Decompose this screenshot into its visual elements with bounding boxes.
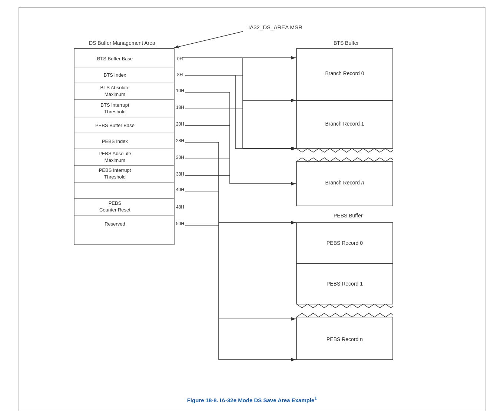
bts-buffer-label: BTS Buffer — [334, 40, 359, 46]
pebs-record-0-label: PEBS Record 0 — [326, 240, 363, 246]
field-pebs-index: PEBS Index — [102, 139, 128, 144]
offset-40h: 40H — [176, 187, 184, 192]
field-pebs-abs-max: PEBS Absolute — [99, 151, 131, 156]
field-bts-index: BTS Index — [104, 72, 126, 78]
figure-caption: Figure 18-8. IA-32e Mode DS Save Area Ex… — [187, 396, 317, 407]
msr-label: IA32_DS_AREA MSR — [248, 24, 302, 30]
caption-text: Figure 18-8. IA-32e Mode DS Save Area Ex… — [187, 397, 315, 403]
bts-zigzag-bot — [296, 158, 393, 161]
field-pebs-base: PEBS Buffer Base — [95, 123, 135, 128]
field-bts-int-thresh: BTS Interrupt — [100, 102, 129, 108]
field-reserved: Reserved — [105, 221, 125, 227]
field-bts-abs-max: BTS Absolute — [100, 85, 130, 90]
offset-50h: 50H — [176, 221, 184, 226]
offset-10h: 10H — [176, 88, 184, 93]
field-bts-base: BTS Buffer Base — [97, 56, 133, 61]
conn-8h — [185, 75, 296, 149]
bts-record-n-label: Branch Record n — [325, 180, 364, 186]
bts-zigzag-top — [296, 149, 393, 152]
field-pebs-counter: PEBS — [109, 200, 122, 206]
field-pebs-counter-2: Counter Reset — [99, 207, 130, 213]
outer-container: IA32_DS_AREA MSR DS Buffer Management Ar… — [19, 7, 485, 411]
offset-38h: 38H — [176, 171, 184, 177]
bts-record-0-label: Branch Record 0 — [325, 70, 364, 76]
diagram-area: IA32_DS_AREA MSR DS Buffer Management Ar… — [26, 15, 478, 393]
field-pebs-abs-max-2: Maximum — [105, 157, 125, 163]
field-bts-abs-max-2: Maximum — [105, 91, 125, 97]
caption-superscript: 1 — [314, 396, 317, 401]
pebs-zigzag-bot — [296, 313, 393, 317]
ds-area-label: DS Buffer Management Area — [89, 40, 155, 46]
pebs-zigzag-top — [296, 304, 393, 308]
offset-28h: 28H — [176, 138, 184, 143]
field-pebs-int-thresh-2: Threshold — [104, 174, 126, 180]
field-bts-int-thresh-2: Threshold — [104, 109, 126, 114]
offset-18h: 18H — [176, 105, 184, 110]
pebs-record-1-label: PEBS Record 1 — [326, 281, 363, 287]
offset-8h: 8H — [177, 72, 183, 77]
offset-30h: 30H — [176, 155, 184, 160]
offset-20h: 20H — [176, 121, 184, 127]
offset-0h: 0H — [177, 56, 183, 61]
pebs-record-n-label: PEBS Record n — [326, 336, 363, 342]
field-pebs-int-thresh: PEBS Interrupt — [99, 167, 131, 173]
msr-arrow — [174, 31, 243, 48]
bts-record-1-label: Branch Record 1 — [325, 121, 364, 127]
offset-48h: 48H — [176, 204, 184, 210]
pebs-buffer-label: PEBS Buffer — [334, 213, 363, 219]
main-diagram: IA32_DS_AREA MSR DS Buffer Management Ar… — [26, 15, 478, 393]
